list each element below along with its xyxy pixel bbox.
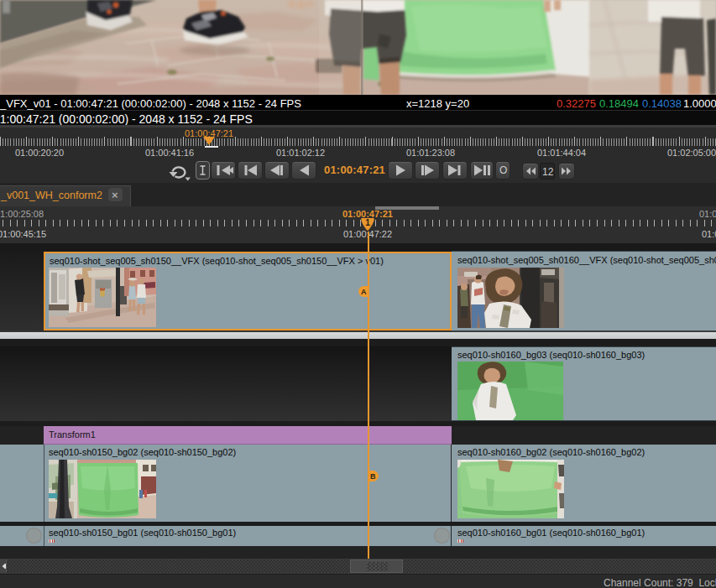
svg-text:1: 1: [365, 218, 370, 227]
